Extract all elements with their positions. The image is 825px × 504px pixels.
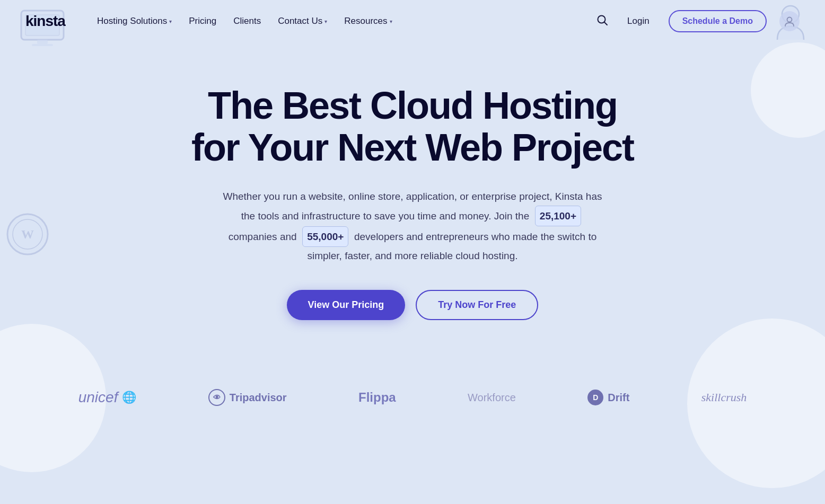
user-avatar[interactable] xyxy=(779,11,800,31)
companies-badge: 25,100+ xyxy=(535,206,581,226)
drift-icon: D xyxy=(587,390,603,405)
login-button[interactable]: Login xyxy=(621,12,656,31)
tripadvisor-logo: 👁 Tripadvisor xyxy=(208,389,287,406)
client-logos-bar: unicef 🌐 👁 Tripadvisor Flippa Workforce … xyxy=(0,368,825,427)
flippa-logo: Flippa xyxy=(358,390,396,405)
tripadvisor-icon: 👁 xyxy=(208,389,225,406)
hero-title: The Best Cloud Hosting for Your Next Web… xyxy=(191,85,634,169)
chevron-down-icon: ▾ xyxy=(169,19,172,24)
try-free-button[interactable]: Try Now For Free xyxy=(416,290,538,320)
chevron-down-icon: ▾ xyxy=(324,19,327,24)
nav-hosting-solutions[interactable]: Hosting Solutions ▾ xyxy=(91,12,178,31)
hero-subtitle: Whether you run a website, online store,… xyxy=(222,188,603,264)
skillcrush-logo: skillcrush xyxy=(701,391,747,404)
nav-links: Hosting Solutions ▾ Pricing Clients Cont… xyxy=(91,12,596,31)
nav-pricing[interactable]: Pricing xyxy=(182,12,223,31)
svg-point-10 xyxy=(787,17,792,22)
hero-buttons: View Our Pricing Try Now For Free xyxy=(287,290,539,320)
hero-section: The Best Cloud Hosting for Your Next Web… xyxy=(0,42,825,352)
navbar: KINStA Hosting Solutions ▾ Pricing Clien… xyxy=(0,0,825,42)
schedule-demo-button[interactable]: Schedule a Demo xyxy=(669,10,767,32)
view-pricing-button[interactable]: View Our Pricing xyxy=(287,290,406,320)
site-logo[interactable]: KINStA xyxy=(25,13,65,30)
nav-clients[interactable]: Clients xyxy=(227,12,267,31)
nav-resources[interactable]: Resources ▾ xyxy=(338,12,398,31)
workforce-logo: Workforce xyxy=(468,392,516,404)
search-button[interactable] xyxy=(596,14,608,29)
svg-line-9 xyxy=(604,22,608,25)
developers-badge: 55,000+ xyxy=(302,226,348,247)
nav-contact-us[interactable]: Contact Us ▾ xyxy=(271,12,333,31)
chevron-down-icon: ▾ xyxy=(390,19,392,24)
nav-right: Login Schedule a Demo xyxy=(596,10,800,32)
unicef-logo: unicef 🌐 xyxy=(78,389,137,406)
drift-logo: D Drift xyxy=(587,390,629,405)
